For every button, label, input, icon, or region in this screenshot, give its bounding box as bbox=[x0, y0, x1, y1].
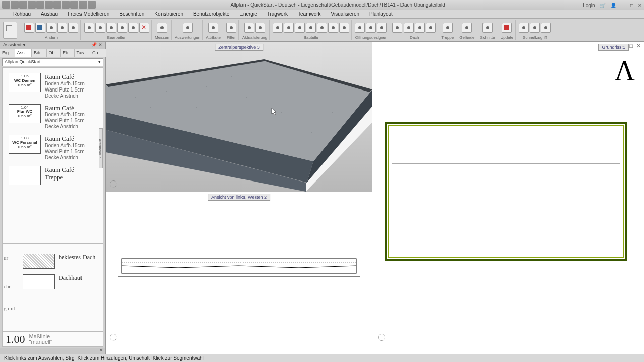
tool-icon[interactable] bbox=[106, 23, 116, 33]
assistant-item[interactable]: 1.08 WC Personal 0.55 m² Raum Café Boden… bbox=[9, 135, 101, 161]
viewport-perspective[interactable]: Zentralperspektive 3 bbox=[106, 42, 372, 192]
tool-icon[interactable] bbox=[84, 23, 94, 33]
panel-tab[interactable]: Eb... bbox=[61, 49, 75, 57]
tool-icon[interactable] bbox=[541, 23, 551, 33]
tool-icon[interactable] bbox=[426, 23, 436, 33]
tool-delete-icon[interactable] bbox=[139, 23, 149, 33]
tool-icon[interactable] bbox=[415, 23, 425, 33]
tool-icon[interactable] bbox=[530, 23, 540, 33]
tool-icon[interactable] bbox=[339, 23, 349, 33]
user-icon[interactable]: 👤 bbox=[610, 3, 616, 8]
tool-icon[interactable] bbox=[377, 23, 387, 33]
tool-icon[interactable] bbox=[462, 23, 472, 33]
tool-icon[interactable] bbox=[482, 23, 493, 33]
assistant-item[interactable]: Dachhaut bbox=[23, 274, 101, 289]
tool-icon[interactable] bbox=[208, 23, 218, 33]
tool-icon[interactable] bbox=[443, 23, 453, 33]
plan-roof-outline[interactable] bbox=[385, 122, 627, 261]
login-link[interactable]: Login bbox=[583, 3, 595, 8]
assistant-item[interactable]: 1.05 WC Damen 0.55 m² Raum Café Boden Au… bbox=[9, 73, 101, 99]
tool-icon[interactable] bbox=[244, 23, 254, 33]
tool-icon[interactable] bbox=[502, 23, 512, 33]
nav-ball-icon[interactable] bbox=[378, 334, 385, 341]
qat[interactable] bbox=[2, 1, 96, 10]
viewport-label[interactable]: Grundriss:1 bbox=[598, 44, 629, 51]
panel-footer-close[interactable]: ✕ bbox=[0, 348, 105, 354]
menu-item[interactable]: Visualisieren bbox=[326, 10, 365, 18]
qat-icon[interactable] bbox=[45, 1, 53, 9]
assistant-body-2[interactable]: ur che g mit bekiestes Dach Dachhaut bbox=[2, 243, 103, 332]
tool-icon[interactable] bbox=[157, 23, 167, 33]
assistant-item[interactable]: Raum Café Treppe bbox=[9, 166, 101, 185]
tool-icon[interactable] bbox=[519, 23, 529, 33]
panel-tab[interactable]: Tas... bbox=[75, 49, 91, 57]
panel-tab[interactable]: Bib... bbox=[32, 49, 47, 57]
menu-item[interactable]: Freies Modellieren bbox=[63, 10, 114, 18]
menu-item[interactable]: Rohbau bbox=[8, 10, 36, 18]
nav-ball-icon[interactable] bbox=[110, 334, 117, 341]
tool-icon[interactable] bbox=[317, 23, 327, 33]
tool-icon[interactable] bbox=[295, 23, 305, 33]
minimize-icon[interactable]: — bbox=[621, 3, 626, 8]
qat-icon[interactable] bbox=[88, 1, 96, 9]
menu-item[interactable]: Konstruieren bbox=[149, 10, 188, 18]
tool-icon[interactable] bbox=[128, 23, 138, 33]
cart-icon[interactable]: 🛒 bbox=[600, 3, 606, 8]
tool-icon[interactable] bbox=[284, 23, 294, 33]
nav-ball-icon[interactable] bbox=[110, 180, 117, 188]
maximize-icon[interactable]: □ bbox=[630, 3, 633, 8]
qat-icon[interactable] bbox=[79, 1, 87, 9]
menu-item[interactable]: Planlayout bbox=[364, 10, 398, 18]
panel-tab[interactable]: Co... bbox=[90, 49, 104, 57]
tool-icon[interactable] bbox=[68, 23, 78, 33]
menu-item[interactable]: Beschriften bbox=[114, 10, 149, 18]
viewport-label[interactable]: Ansicht von links, Westen 2 bbox=[208, 194, 270, 201]
menu-item[interactable]: Tragwerk bbox=[262, 10, 293, 18]
qat-icon[interactable] bbox=[36, 1, 44, 9]
viewport-label[interactable]: Zentralperspektive 3 bbox=[215, 44, 263, 51]
tool-icon[interactable] bbox=[24, 23, 34, 33]
assistant-dropdown[interactable]: Allplan QuickStart ▾ bbox=[2, 58, 103, 66]
tool-icon[interactable] bbox=[46, 23, 56, 33]
tool-icon[interactable] bbox=[226, 23, 236, 33]
tool-icon[interactable] bbox=[117, 23, 127, 33]
menu-item[interactable]: Teamwork bbox=[293, 10, 326, 18]
panel-header[interactable]: Assistenten 📌 ✕ bbox=[0, 42, 105, 49]
side-tab[interactable]: Architektur bbox=[99, 128, 103, 168]
measure-bar: 1.00 Maßlinie "manuell" bbox=[2, 332, 103, 347]
tool-icon[interactable] bbox=[392, 23, 403, 33]
tool-icon[interactable] bbox=[255, 23, 265, 33]
assistant-item[interactable]: 1.04 Flur WC 0.55 m² Raum Café Boden Auf… bbox=[9, 104, 101, 130]
close-icon[interactable]: ✕ bbox=[638, 3, 642, 8]
tool-icon[interactable] bbox=[306, 23, 316, 33]
qat-icon[interactable] bbox=[19, 1, 27, 9]
tool-icon[interactable] bbox=[404, 23, 414, 33]
ribbon-lead-icon[interactable] bbox=[3, 22, 17, 39]
viewport-section[interactable]: Ansicht von links, Westen 2 bbox=[106, 192, 372, 345]
viewport-plan[interactable]: Grundriss:1 □ ✕ Λ bbox=[374, 42, 644, 345]
tool-icon[interactable] bbox=[355, 23, 365, 33]
qat-icon[interactable] bbox=[62, 1, 70, 9]
viewport-window-controls[interactable]: □ ✕ bbox=[629, 43, 642, 49]
assistant-body[interactable]: Architektur 1.05 WC Damen 0.55 m² Raum C… bbox=[2, 67, 103, 243]
panel-pin-icon[interactable]: 📌 ✕ bbox=[91, 42, 102, 48]
menu-item[interactable]: Energie bbox=[234, 10, 262, 18]
tool-icon[interactable] bbox=[35, 23, 45, 33]
qat-icon[interactable] bbox=[70, 1, 78, 9]
tool-icon[interactable] bbox=[95, 23, 105, 33]
menu-item[interactable]: Ausbau bbox=[36, 10, 63, 18]
qat-icon[interactable] bbox=[53, 1, 61, 9]
tool-icon[interactable] bbox=[183, 23, 193, 33]
tool-icon[interactable] bbox=[366, 23, 376, 33]
panel-tab[interactable]: Ob... bbox=[47, 49, 61, 57]
tool-icon[interactable] bbox=[57, 23, 67, 33]
panel-tab[interactable]: Assi... bbox=[15, 49, 32, 57]
panel-tab[interactable]: Eig... bbox=[0, 49, 15, 57]
ribbon-group-label: Bearbeiten bbox=[107, 35, 127, 40]
menu-item[interactable]: Benutzerobjekte bbox=[188, 10, 234, 18]
qat-icon[interactable] bbox=[28, 1, 36, 9]
qat-icon[interactable] bbox=[11, 1, 19, 9]
assistant-item[interactable]: bekiestes Dach bbox=[23, 254, 101, 269]
tool-icon[interactable] bbox=[273, 23, 283, 33]
tool-icon[interactable] bbox=[328, 23, 338, 33]
